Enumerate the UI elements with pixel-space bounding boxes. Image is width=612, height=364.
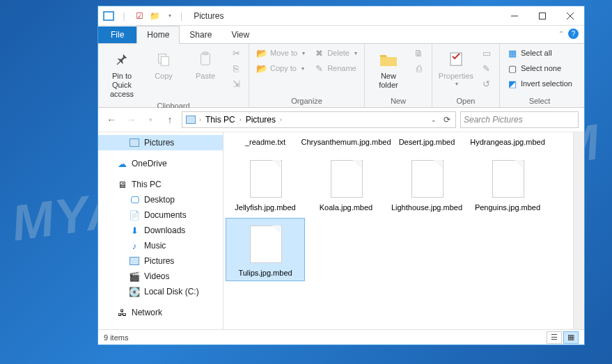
svg-rect-12 [187,116,195,123]
navigation-pane[interactable]: Pictures ☁OneDrive 🖥This PC 🖵Desktop 📄Do… [98,132,223,329]
file-thumb-icon [405,156,449,200]
nav-thispc[interactable]: 🖥This PC [98,177,223,192]
edit-icon: ✎ [481,63,492,74]
copy-to-button[interactable]: 📂Copy to [253,61,308,75]
file-name: Tulips.jpg.mbed [238,269,292,278]
maximize-button[interactable] [528,6,556,26]
move-to-button[interactable]: 📂Move to [253,46,308,60]
open-button[interactable]: ▭ [478,46,495,60]
crumb-sep-icon[interactable]: › [199,116,201,123]
disk-icon: 💽 [129,286,140,297]
move-to-icon: 📂 [256,47,267,58]
recent-locations-button[interactable]: ▾ [143,112,158,127]
address-dropdown-icon[interactable]: ⌄ [429,116,439,123]
properties-qat-icon[interactable]: ☑ [133,10,146,22]
nav-desktop[interactable]: 🖵Desktop [98,192,223,207]
cut-icon: ✂ [230,47,242,58]
pin-to-quick-access-button[interactable]: Pin to Quick access [102,46,141,102]
cut-button[interactable]: ✂ [228,46,244,60]
nav-network[interactable]: 🖧Network [98,305,223,320]
up-button[interactable]: ↑ [162,112,178,127]
content-pane[interactable]: _readme.txt Chrysanthemum.jpg.mbed Deser… [223,132,573,329]
paste-button[interactable]: Paste [186,46,225,83]
move-to-label: Move to [270,49,297,57]
music-icon: ♪ [129,240,140,251]
icons-view-button[interactable]: ▦ [563,331,579,344]
file-item[interactable]: Chrysanthemum.jpg.mbed [307,135,385,150]
file-item[interactable]: Lighthouse.jpg.mbed [388,153,466,216]
easy-access-button[interactable]: ⎙ [411,61,427,75]
crumb-thispc[interactable]: This PC [204,115,237,125]
back-button[interactable]: ← [104,112,119,127]
scrollbar[interactable] [573,132,584,329]
file-item[interactable]: Desert.jpg.mbed [388,135,466,150]
ribbon-collapse-icon[interactable]: ⌃ [558,30,564,38]
copy-label: Copy [155,72,173,81]
rename-button[interactable]: ✎Rename [311,61,360,75]
nav-label: Downloads [144,225,185,235]
new-item-button[interactable]: 🗎 [411,46,427,60]
qat-dropdown-icon[interactable]: ▾ [164,10,176,22]
file-thumb-icon [485,156,530,200]
nav-label: Pictures [144,256,174,266]
file-item[interactable]: _readme.txt [226,135,304,150]
copy-button[interactable]: Copy [144,46,183,83]
history-button[interactable]: ↺ [478,77,495,90]
nav-pictures[interactable]: Pictures [98,253,223,269]
forward-button[interactable]: → [123,112,139,127]
nav-pictures-quick[interactable]: Pictures [98,135,223,150]
file-name: Jellyfish.jpg.mbed [235,203,295,213]
crumb-pictures[interactable]: Pictures [244,115,277,125]
search-input[interactable]: Search Pictures [460,111,579,128]
refresh-icon[interactable]: ⟳ [441,115,453,125]
new-folder-button[interactable]: New folder [369,46,408,92]
minimize-button[interactable] [501,6,528,26]
nav-label: OneDrive [132,159,167,168]
crumb-sep-icon[interactable]: › [280,116,282,123]
copy-path-button[interactable]: ⎘ [228,61,244,75]
explorer-window: | ☑ 📁 ▾ | Pictures File Home Share View … [97,6,585,345]
tab-view[interactable]: View [221,26,259,43]
file-item[interactable]: Hydrangeas.jpg.mbed [469,135,547,150]
close-button[interactable] [556,6,584,26]
tab-share[interactable]: Share [180,26,221,43]
select-all-button[interactable]: ▦Select all [504,46,575,60]
nav-documents[interactable]: 📄Documents [98,207,223,223]
invert-selection-button[interactable]: ◩Invert selection [504,77,575,90]
copy-to-label: Copy to [270,64,297,72]
crumb-sep-icon[interactable]: › [240,116,242,123]
svg-rect-8 [201,54,210,65]
desktop-icon: 🖵 [129,194,140,205]
file-item[interactable]: Tulips.jpg.mbed [226,219,304,281]
nav-videos[interactable]: 🎬Videos [98,269,223,284]
nav-label: Documents [144,210,187,220]
item-count: 9 items [104,333,128,342]
file-item[interactable]: Koala.jpg.mbed [307,153,385,216]
tab-file[interactable]: File [98,26,136,43]
nav-label: Music [144,241,166,251]
new-folder-label: New folder [370,72,407,90]
select-none-button[interactable]: ▢Select none [504,61,575,75]
nav-onedrive[interactable]: ☁OneDrive [98,156,223,171]
svg-rect-9 [203,52,207,55]
file-name: Desert.jpg.mbed [399,138,455,148]
tab-home[interactable]: Home [136,26,180,44]
qat-divider: | [118,10,130,22]
nav-downloads[interactable]: ⬇Downloads [98,223,223,238]
file-item[interactable]: Jellyfish.jpg.mbed [226,153,304,216]
nav-music[interactable]: ♪Music [98,238,223,253]
address-box[interactable]: › This PC › Pictures › ⌄ ⟳ [182,111,456,128]
edit-button[interactable]: ✎ [478,61,495,75]
paste-shortcut-button[interactable]: ⇲ [228,77,244,90]
nav-localdisk[interactable]: 💽Local Disk (C:) [98,284,223,299]
new-folder-icon [377,48,400,70]
open-group-label: Open [437,97,495,106]
folder-qat-icon[interactable]: 📁 [148,10,161,22]
history-icon: ↺ [481,78,492,89]
delete-button[interactable]: ✖Delete [311,46,360,60]
file-item[interactable]: Penguins.jpg.mbed [469,153,547,216]
details-view-button[interactable]: ☰ [547,331,562,344]
file-name: _readme.txt [245,138,285,148]
help-icon[interactable]: ? [568,29,579,39]
properties-button[interactable]: Properties [437,46,476,90]
